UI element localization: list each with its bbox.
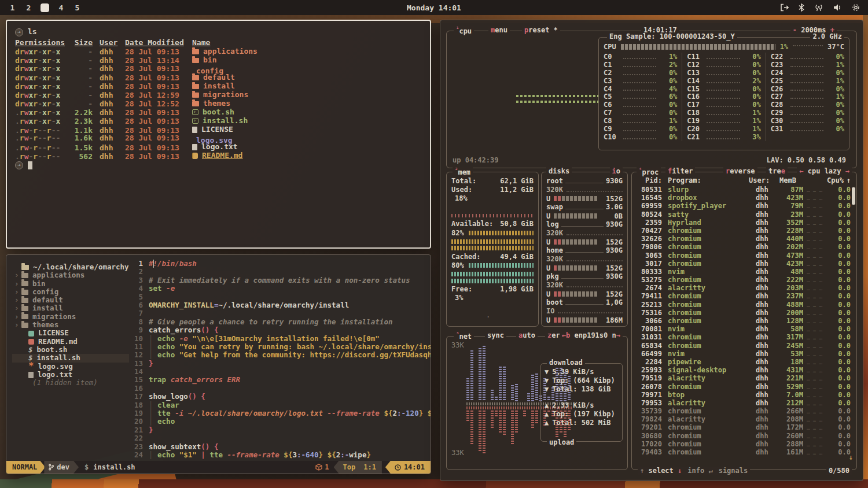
process-row[interactable]: 80524 satty dhh 23M … … … 0.0: [635, 210, 851, 219]
process-row[interactable]: 75316 chromium dhh 200M … … … 0.0: [635, 309, 851, 317]
disk-name: home: [546, 246, 563, 254]
code-editor[interactable]: 1#!/bin/bash23# Exit immediately if a co…: [129, 255, 431, 461]
process-cpu: 0.0: [833, 268, 851, 276]
tree-item-icon: [21, 323, 28, 328]
tab-proc[interactable]: ⁴proc: [637, 167, 661, 176]
process-row[interactable]: 79201 chromium dhh 172M … … … 0.0: [635, 423, 851, 431]
process-row[interactable]: 79806 chromium dhh 202M … … … 0.0: [635, 243, 851, 251]
process-row[interactable]: 80333 nvim dhh 48M … … … 0.0: [635, 268, 851, 276]
tree-item[interactable]: › migrations: [12, 313, 129, 321]
process-mem: 172M: [777, 423, 803, 431]
process-row[interactable]: 79971 btop dhh 7.0M … … … 0.0: [635, 391, 851, 399]
tree-item[interactable]: (1 hidden item): [12, 379, 129, 387]
process-row[interactable]: 25213 chromium dhh 488M … … … 0.0: [635, 301, 851, 309]
process-row[interactable]: 79824 alacritty dhh 208M … … … 0.0: [635, 415, 851, 423]
process-row[interactable]: 16545 dropbox dhh 423M … … … 0.0: [635, 194, 851, 202]
process-row[interactable]: 35739 chromium dhh 266M … … … 0.0: [635, 407, 851, 415]
download-total: Total: 138 GiB: [552, 385, 610, 393]
tree-item[interactable]: › applications: [12, 271, 129, 279]
io-mode-button[interactable]: io: [610, 167, 623, 175]
tab-net[interactable]: ³net: [454, 331, 474, 341]
interface-switcher[interactable]: ←b enp191s0 n→: [560, 331, 623, 339]
disk-size: 930G: [606, 272, 623, 280]
filter-button[interactable]: filter: [665, 167, 695, 175]
workspace-indicator[interactable]: 3: [41, 3, 49, 12]
info-option[interactable]: info ↵: [687, 467, 712, 475]
process-row[interactable]: 69959 spotify_player dhh 79M … … … 0.0: [635, 202, 851, 210]
sort-switcher[interactable]: ← cpu lazy →: [797, 167, 852, 175]
process-row[interactable]: 17020 chromium dhh 288M … … … 0.0: [635, 440, 851, 448]
process-row[interactable]: 79403 chromium dhh 161M … … … 0.0: [635, 448, 851, 456]
tree-item[interactable]: README.md: [12, 338, 129, 346]
tree-item[interactable]: ~/.local/share/omarchy: [12, 263, 129, 271]
disk-used-value: 152G: [601, 195, 623, 203]
bluetooth-icon[interactable]: [799, 3, 804, 12]
tree-button[interactable]: tree: [766, 167, 788, 175]
auto-button[interactable]: auto: [516, 331, 538, 339]
tree-item[interactable]: LICENSE: [12, 329, 129, 337]
preset-button[interactable]: preset *: [522, 26, 560, 34]
process-name: chromium: [662, 423, 756, 431]
process-row[interactable]: 80531 slurp dhh 87M … … … 0.0: [635, 186, 851, 194]
tree-item[interactable]: › install: [12, 304, 129, 312]
workspace-indicator[interactable]: 1: [8, 3, 17, 12]
tab-mem[interactable]: ²mem: [453, 167, 473, 176]
tab-disks[interactable]: disks: [546, 167, 572, 175]
prompt-line[interactable]: →: [15, 161, 422, 169]
process-mem: 23M: [777, 210, 803, 219]
tree-item[interactable]: logo.svg: [12, 363, 129, 371]
tree-item[interactable]: › bin: [12, 280, 129, 288]
menu-button[interactable]: menu: [488, 26, 510, 34]
workspace-indicator[interactable]: 5: [73, 3, 82, 12]
process-row[interactable]: 65834 chromium dhh 245M … … … 0.0: [635, 342, 851, 350]
process-row[interactable]: 26078 chromium dhh 529M … … … 0.0: [635, 383, 851, 391]
process-row[interactable]: 31031 chromium dhh 317M … … … 0.0: [635, 333, 851, 341]
core-row: C240%: [771, 69, 844, 77]
btop-window[interactable]: ¹cpu menu preset * 14:01:17 - 2000ms + u…: [440, 20, 863, 481]
process-cpu: 0.0: [833, 342, 851, 350]
process-row[interactable]: 2284 pipewire dhh 18M … … … 0.0: [635, 358, 851, 366]
sync-button[interactable]: sync: [485, 331, 506, 339]
workspace-indicator[interactable]: 4: [57, 3, 65, 12]
process-row[interactable]: 2674 alacritty dhh 203M … … … 0.0: [635, 284, 851, 292]
process-row[interactable]: 30680 chromium dhh 260M … … … 0.0: [635, 432, 851, 440]
reverse-button[interactable]: reverse: [723, 167, 757, 175]
process-table-header[interactable]: Pid: Program: User: MemB Cpu% ↑: [635, 176, 851, 186]
logout-icon[interactable]: [780, 3, 789, 12]
process-row[interactable]: 3066 chromium dhh 128M … … … 0.0: [635, 317, 851, 325]
signals-option[interactable]: signals: [719, 467, 748, 475]
process-row[interactable]: 2359 Hyprland dhh 352M … … … 0.0: [635, 219, 851, 227]
process-row[interactable]: 70427 chromium dhh 228M … … … 0.0: [635, 227, 851, 235]
process-row[interactable]: 79953 alacritty dhh 212M … … … 0.0: [635, 399, 851, 407]
ls-listing: drwxr-xr-x - dhh 28 Jul 09:13 applicatio…: [15, 47, 422, 160]
terminal-window[interactable]: → ls Permissions Size User Date Modified…: [6, 20, 431, 249]
tree-item[interactable]: › themes: [12, 321, 129, 329]
tree-item[interactable]: boot.sh: [12, 346, 129, 354]
settings-icon[interactable]: [852, 3, 860, 12]
process-row[interactable]: 3063 chromium dhh 473M … … … 0.0: [635, 252, 851, 260]
workspace-indicator[interactable]: 2: [24, 3, 33, 12]
tab-cpu[interactable]: ¹cpu: [454, 26, 474, 35]
chevron-right-icon: ›: [14, 288, 21, 296]
scroll-down-icon[interactable]: ↓: [849, 453, 853, 461]
code-lines: 1#!/bin/bash23# Exit immediately if a co…: [129, 260, 431, 459]
process-row[interactable]: 25993 signal-desktop dhh 431M … … … 0.0: [635, 366, 851, 374]
process-row[interactable]: 70081 nvim dhh 58M … … … 0.0: [635, 325, 851, 333]
process-row[interactable]: 79519 alacritty dhh 221M … … … 0.0: [635, 374, 851, 382]
network-icon[interactable]: [814, 3, 823, 12]
tree-item[interactable]: logo.txt: [12, 371, 129, 379]
process-row[interactable]: 79411 chromium dhh 237M … … … 0.0: [635, 292, 851, 300]
process-row[interactable]: 66499 nvim dhh 53M … … … 0.0: [635, 350, 851, 358]
volume-icon[interactable]: [833, 3, 842, 12]
process-row[interactable]: 3017 chromium dhh 423M … … … 0.0: [635, 260, 851, 268]
process-row[interactable]: 53275 chromium dhh 222M … … … 0.0: [635, 276, 851, 284]
select-option[interactable]: ↑ select ↓: [640, 467, 682, 475]
file-owner: dhh: [93, 48, 119, 57]
tree-item[interactable]: › config: [12, 288, 129, 296]
tree-item[interactable]: › default: [12, 296, 129, 304]
process-row[interactable]: 32626 chromium dhh 440M … … … 0.0: [635, 235, 851, 243]
scrollbar[interactable]: [852, 187, 855, 205]
editor-window[interactable]: ~/.local/share/omarchy › applications › …: [6, 254, 431, 474]
process-mem: 208M: [777, 415, 803, 423]
process-user: dhh: [756, 366, 777, 374]
